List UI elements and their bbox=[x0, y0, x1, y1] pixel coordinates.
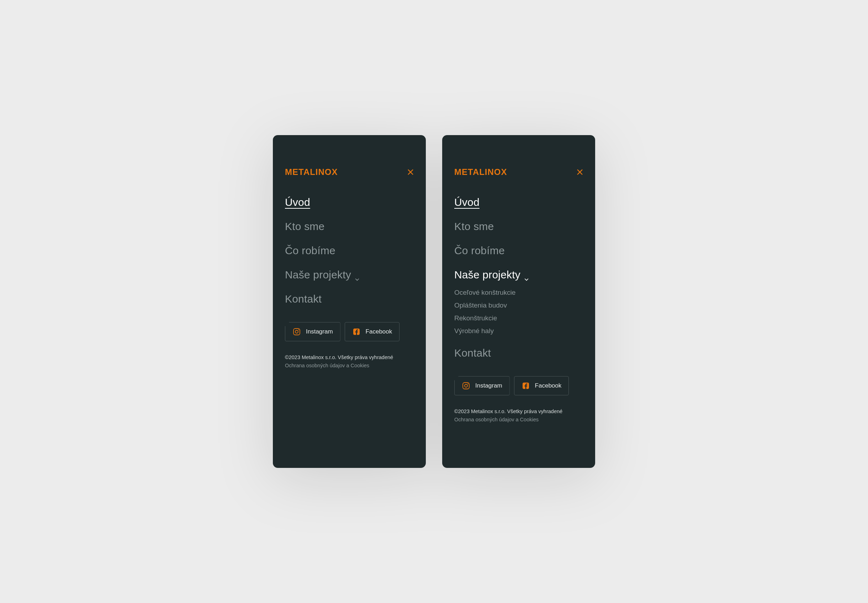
social-label: Facebook bbox=[366, 328, 392, 335]
nav-item-kontakt[interactable]: Kontakt bbox=[285, 293, 414, 305]
svg-point-3 bbox=[295, 330, 298, 333]
nav-item-nase-projekty[interactable]: Naše projekty bbox=[285, 269, 414, 281]
mobile-menu-collapsed: METALINOX Úvod Kto sme Čo robíme Naše pr… bbox=[273, 135, 426, 468]
nav-item-kto-sme[interactable]: Kto sme bbox=[454, 220, 583, 232]
brand-logo: METALINOX bbox=[285, 167, 338, 177]
primary-nav: Úvod Kto sme Čo robíme Naše projekty Kon… bbox=[285, 196, 414, 305]
close-icon[interactable] bbox=[577, 169, 583, 175]
svg-point-10 bbox=[467, 383, 468, 384]
facebook-button[interactable]: Facebook bbox=[345, 322, 400, 341]
facebook-icon bbox=[521, 382, 530, 390]
nav-item-uvod[interactable]: Úvod bbox=[454, 196, 583, 208]
nav-item-kontakt[interactable]: Kontakt bbox=[454, 347, 583, 359]
social-row: Instagram Facebook bbox=[454, 376, 583, 395]
mobile-menu-expanded: METALINOX Úvod Kto sme Čo robíme Naše pr… bbox=[442, 135, 595, 468]
sub-item-oplastenia[interactable]: Opláštenia budov bbox=[454, 302, 583, 309]
nav-item-kto-sme[interactable]: Kto sme bbox=[285, 220, 414, 232]
sub-item-vyrobne[interactable]: Výrobné haly bbox=[454, 327, 583, 335]
social-label: Instagram bbox=[475, 382, 502, 389]
instagram-icon bbox=[462, 382, 470, 390]
header-row: METALINOX bbox=[454, 167, 583, 177]
sub-item-rekonstrukcie[interactable]: Rekonštrukcie bbox=[454, 314, 583, 322]
nav-item-label: Naše projekty bbox=[454, 269, 521, 281]
legal-block: ©2023 Metalinox s.r.o. Všetky práva vyhr… bbox=[454, 407, 583, 424]
brand-logo: METALINOX bbox=[454, 167, 507, 177]
header-row: METALINOX bbox=[285, 167, 414, 177]
instagram-button[interactable]: Instagram bbox=[285, 322, 341, 341]
legal-block: ©2023 Metalinox s.r.o. Všetky práva vyhr… bbox=[285, 353, 414, 370]
nav-item-co-robime[interactable]: Čo robíme bbox=[285, 244, 414, 257]
svg-point-9 bbox=[465, 384, 467, 387]
nav-item-co-robime[interactable]: Čo robíme bbox=[454, 244, 583, 257]
social-label: Instagram bbox=[306, 328, 333, 335]
instagram-button[interactable]: Instagram bbox=[454, 376, 510, 395]
copyright-text: ©2023 Metalinox s.r.o. Všetky práva vyhr… bbox=[454, 407, 583, 416]
copyright-text: ©2023 Metalinox s.r.o. Všetky práva vyhr… bbox=[285, 353, 414, 362]
chevron-down-icon bbox=[524, 272, 529, 277]
nav-item-uvod[interactable]: Úvod bbox=[285, 196, 414, 208]
social-label: Facebook bbox=[535, 382, 562, 389]
chevron-down-icon bbox=[355, 272, 360, 277]
svg-point-4 bbox=[298, 329, 299, 330]
facebook-button[interactable]: Facebook bbox=[514, 376, 569, 395]
nav-item-nase-projekty[interactable]: Naše projekty bbox=[454, 269, 583, 281]
facebook-icon bbox=[352, 328, 361, 336]
privacy-link[interactable]: Ochrana osobných údajov a Cookies bbox=[285, 362, 414, 370]
social-row: Instagram Facebook bbox=[285, 322, 414, 341]
nav-item-label: Naše projekty bbox=[285, 269, 351, 281]
instagram-icon bbox=[292, 328, 301, 336]
sub-nav: Oceľové konštrukcie Opláštenia budov Rek… bbox=[454, 289, 583, 335]
privacy-link[interactable]: Ochrana osobných údajov a Cookies bbox=[454, 416, 583, 424]
primary-nav: Úvod Kto sme Čo robíme Naše projekty Oce… bbox=[454, 196, 583, 359]
sub-item-ocelove[interactable]: Oceľové konštrukcie bbox=[454, 289, 583, 297]
close-icon[interactable] bbox=[407, 169, 414, 175]
